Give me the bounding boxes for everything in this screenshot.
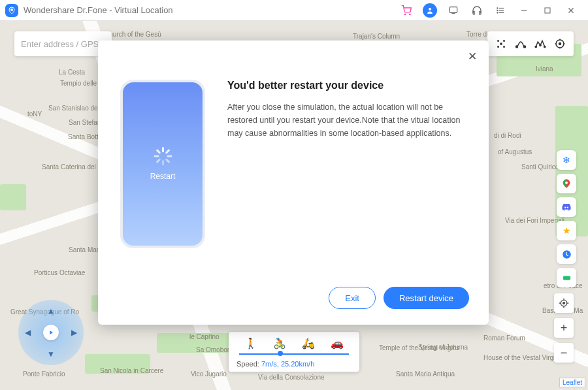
modal-close-button[interactable]: ✕ bbox=[468, 50, 477, 63]
svg-point-1 bbox=[404, 14, 405, 14]
zoom-out-button[interactable]: − bbox=[554, 343, 574, 363]
zoom-in-button[interactable]: + bbox=[554, 318, 574, 338]
map-poi-label: San Nicola in Carcere bbox=[100, 367, 163, 374]
phone-restart-label: Restart bbox=[150, 172, 176, 181]
restart-device-modal: ✕ Restart You'd better restart your devi… bbox=[98, 41, 489, 325]
speed-label: Speed: bbox=[237, 360, 259, 368]
minimize-button[interactable] bbox=[515, 1, 533, 20]
speed-value: 7m/s, 25.20km/h bbox=[261, 360, 314, 368]
speed-panel: 🚶 🚴 🛵 🚗 Speed: 7m/s, 25.20km/h bbox=[229, 332, 359, 372]
clock-app-icon[interactable] bbox=[557, 244, 576, 264]
joystick-up-icon[interactable]: ▲ bbox=[47, 306, 55, 316]
account-icon[interactable] bbox=[421, 1, 439, 20]
mode-toolbar bbox=[487, 31, 574, 56]
one-stop-mode-icon[interactable] bbox=[511, 34, 531, 54]
multi-stop-mode-icon[interactable] bbox=[531, 34, 550, 54]
app-logo bbox=[5, 4, 18, 17]
zoom-controls: + − bbox=[554, 293, 574, 363]
svg-point-9 bbox=[497, 10, 498, 10]
svg-rect-4 bbox=[449, 7, 457, 13]
menu-icon[interactable] bbox=[491, 1, 510, 20]
map-poi-label: Porticus Octaviae bbox=[34, 269, 85, 276]
modal-body-text: After you close the simulation, the actu… bbox=[227, 101, 466, 140]
joystick-right-icon[interactable]: ▶ bbox=[71, 328, 77, 337]
maximize-button[interactable] bbox=[538, 1, 557, 20]
leaflet-attribution[interactable]: Leaflet bbox=[559, 378, 585, 387]
scooter-mode-icon[interactable]: 🛵 bbox=[302, 337, 315, 349]
map-poi-label: Santa Maria Antiqua bbox=[396, 370, 455, 378]
svg-point-23 bbox=[540, 44, 541, 46]
svg-point-22 bbox=[535, 46, 536, 47]
jump-teleport-icon[interactable] bbox=[550, 34, 570, 54]
svg-point-0 bbox=[10, 8, 13, 11]
joystick-left-icon[interactable]: ◀ bbox=[25, 328, 31, 337]
joystick-play-button[interactable] bbox=[43, 325, 59, 340]
bicycle-mode-icon[interactable]: 🚴 bbox=[273, 337, 286, 349]
svg-point-31 bbox=[565, 182, 568, 184]
phone-illustration: Restart bbox=[120, 80, 205, 248]
map-poi-label: Roman Forum bbox=[483, 334, 525, 342]
svg-point-15 bbox=[497, 40, 499, 42]
map-poi-label: Spring of Juturna bbox=[418, 344, 468, 351]
snowflake-app-icon[interactable]: ❄ bbox=[557, 150, 576, 170]
svg-point-3 bbox=[429, 8, 431, 10]
svg-point-26 bbox=[559, 43, 561, 45]
svg-point-18 bbox=[503, 46, 505, 48]
svg-point-19 bbox=[500, 42, 502, 45]
loading-spinner-icon bbox=[154, 147, 172, 165]
map-poi-label: House of the Vestal Virgins bbox=[483, 354, 562, 361]
map-poi-label: toNY bbox=[27, 110, 42, 118]
map-poi-label: Church of the Gesù bbox=[105, 31, 161, 38]
game-app-icon[interactable] bbox=[557, 268, 576, 287]
cart-icon[interactable] bbox=[397, 1, 416, 20]
speed-slider[interactable] bbox=[239, 353, 349, 355]
support-icon[interactable] bbox=[468, 1, 486, 20]
svg-point-21 bbox=[524, 46, 526, 48]
map-poi-label: Iviana bbox=[536, 65, 553, 73]
svg-point-2 bbox=[410, 14, 410, 14]
discord-app-icon[interactable] bbox=[557, 197, 576, 217]
modal-heading: You'd better restart your device bbox=[227, 80, 466, 91]
car-mode-icon[interactable]: 🚗 bbox=[331, 337, 344, 349]
map-poi-label: Trajan's Column bbox=[353, 33, 400, 40]
map-poi-label: Via dei Fori Imperiali bbox=[505, 217, 564, 224]
svg-point-10 bbox=[497, 12, 498, 12]
map-poi-label: Vico Jugario bbox=[191, 370, 227, 378]
teleport-mode-icon[interactable] bbox=[491, 34, 511, 54]
map-poi-label: le Capŕino bbox=[189, 333, 220, 340]
app-title: Wondershare Dr.Fone - Virtual Location bbox=[24, 5, 173, 15]
side-app-panel: ❄ ★ bbox=[557, 150, 576, 287]
google-maps-app-icon[interactable] bbox=[557, 174, 576, 193]
close-button[interactable] bbox=[562, 1, 580, 20]
map-poi-label: Via della Consolazione bbox=[258, 374, 325, 381]
search-placeholder: Enter address / GPS c bbox=[21, 39, 105, 49]
center-location-button[interactable] bbox=[554, 293, 574, 313]
svg-point-35 bbox=[563, 302, 565, 304]
title-bar: Wondershare Dr.Fone - Virtual Location bbox=[0, 0, 588, 21]
feedback-icon[interactable] bbox=[444, 1, 463, 20]
joystick-down-icon[interactable]: ▼ bbox=[47, 349, 55, 359]
search-input[interactable]: Enter address / GPS c bbox=[14, 31, 112, 56]
map-poi-label: di di Rodi bbox=[494, 132, 521, 139]
map-poi-label: La Cesta bbox=[59, 69, 85, 76]
svg-point-8 bbox=[497, 7, 498, 8]
walk-mode-icon[interactable]: 🚶 bbox=[244, 337, 257, 349]
map-poi-label: Ponte Fabricio bbox=[23, 370, 65, 378]
exit-button[interactable]: Exit bbox=[329, 287, 376, 309]
svg-rect-33 bbox=[563, 276, 570, 280]
map-poi-label: of Augustus bbox=[498, 148, 532, 155]
svg-point-16 bbox=[503, 40, 505, 42]
svg-point-20 bbox=[516, 46, 518, 48]
star-app-icon[interactable]: ★ bbox=[557, 221, 576, 240]
map-poi-label: Santi Quirico bbox=[521, 163, 559, 171]
restart-device-button[interactable]: Restart device bbox=[384, 287, 469, 309]
movement-joystick[interactable]: ▲ ▼ ◀ ▶ bbox=[18, 300, 84, 365]
svg-rect-12 bbox=[545, 8, 550, 13]
svg-point-24 bbox=[544, 46, 546, 47]
svg-point-17 bbox=[497, 46, 499, 48]
